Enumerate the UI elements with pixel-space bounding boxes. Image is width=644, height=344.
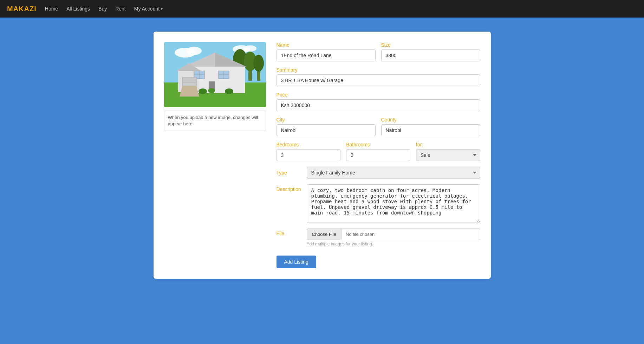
bathrooms-group: Bathrooms (346, 142, 410, 161)
file-input-wrapper: Choose File No file chosen (307, 229, 480, 240)
svg-point-30 (225, 88, 233, 94)
file-row: File Choose File No file chosen Add mult… (277, 229, 480, 246)
navbar: MAKAZI Home All Listings Buy Rent My Acc… (0, 0, 644, 18)
city-county-row: City County (277, 117, 480, 136)
listing-card: When you upload a new image, changes wil… (154, 32, 491, 279)
for-select[interactable]: Sale Rent (416, 149, 480, 161)
submit-section: Add Listing (277, 252, 480, 268)
city-group: City (277, 117, 376, 136)
file-input-container: Choose File No file chosen Add multiple … (307, 229, 480, 246)
svg-marker-27 (180, 86, 199, 97)
page-wrapper: When you upload a new image, changes wil… (0, 18, 644, 293)
all-listings-link[interactable]: All Listings (66, 6, 90, 12)
dropdown-caret-icon: ▾ (161, 7, 163, 11)
summary-input[interactable] (277, 74, 480, 86)
description-row: Description A cozy, two bedroom cabin on… (277, 184, 480, 223)
property-image (164, 42, 266, 107)
description-group: A cozy, two bedroom cabin on four acres.… (307, 184, 480, 223)
my-account-dropdown[interactable]: My Account ▾ (134, 6, 163, 12)
for-label: for: (416, 142, 480, 147)
size-label: Size (381, 42, 480, 48)
price-input[interactable] (277, 99, 480, 111)
svg-point-4 (244, 45, 256, 52)
property-image-container (164, 42, 266, 107)
size-input[interactable] (381, 49, 480, 61)
description-label: Description (277, 186, 301, 192)
bedrooms-group: Bedrooms (277, 142, 341, 161)
image-caption: When you upload a new image, changes wil… (164, 111, 266, 131)
left-panel: When you upload a new image, changes wil… (164, 42, 266, 268)
price-label: Price (277, 92, 480, 98)
bathrooms-label: Bathrooms (346, 142, 410, 147)
size-group: Size (381, 42, 480, 61)
county-group: County (381, 117, 480, 136)
bathrooms-input[interactable] (346, 149, 410, 161)
summary-label: Summary (277, 67, 480, 73)
svg-rect-24 (182, 77, 196, 86)
type-select[interactable]: Single Family Home Apartment Condo Townh… (307, 167, 480, 179)
price-group: Price (277, 92, 480, 111)
svg-point-29 (208, 88, 215, 93)
county-label: County (381, 117, 480, 123)
city-input[interactable] (277, 124, 376, 136)
bedrooms-input[interactable] (277, 149, 341, 161)
choose-file-button[interactable]: Choose File (307, 229, 341, 240)
buy-link[interactable]: Buy (98, 6, 107, 12)
name-size-row: Name Size (277, 42, 480, 61)
name-label: Name (277, 42, 376, 48)
rent-link[interactable]: Rent (115, 6, 126, 12)
brand-logo: MAKAZI (7, 5, 37, 13)
for-group: for: Sale Rent (416, 142, 480, 161)
type-row: Type Single Family Home Apartment Condo … (277, 167, 480, 179)
file-hint: Add multiple images for your listing. (307, 242, 480, 246)
summary-group: Summary (277, 67, 480, 86)
price-row: Price (277, 92, 480, 111)
file-label: File (277, 231, 301, 236)
svg-point-2 (186, 47, 202, 55)
city-label: City (277, 117, 376, 123)
svg-point-10 (253, 55, 264, 72)
name-input[interactable] (277, 49, 376, 61)
add-listing-button[interactable]: Add Listing (277, 256, 316, 268)
county-input[interactable] (381, 124, 480, 136)
home-link[interactable]: Home (45, 6, 58, 12)
summary-row: Summary (277, 67, 480, 86)
beds-baths-for-row: Bedrooms Bathrooms for: Sale Rent (277, 142, 480, 161)
description-textarea[interactable]: A cozy, two bedroom cabin on four acres.… (307, 184, 480, 223)
form-panel: Name Size Summary Price (277, 42, 480, 268)
svg-point-28 (199, 88, 207, 94)
type-group: Single Family Home Apartment Condo Townh… (307, 167, 480, 179)
name-group: Name (277, 42, 376, 61)
bedrooms-label: Bedrooms (277, 142, 341, 147)
type-label: Type (277, 170, 301, 176)
file-name-display: No file chosen (341, 229, 480, 240)
